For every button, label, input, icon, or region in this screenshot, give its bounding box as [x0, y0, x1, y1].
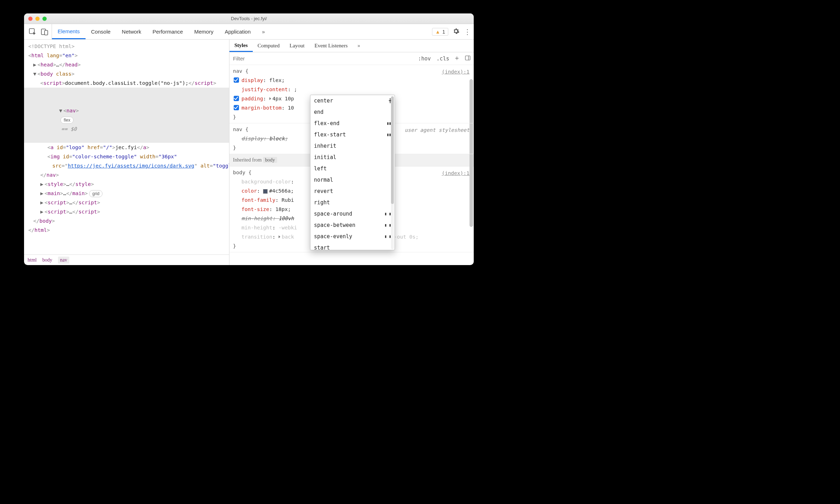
svg-rect-3	[465, 56, 470, 60]
crumb-html[interactable]: html	[28, 257, 37, 263]
more-menu-icon[interactable]: ⋮	[464, 28, 471, 36]
toggle-sidebar-icon[interactable]	[462, 55, 474, 63]
new-style-rule-button[interactable]: +	[452, 54, 462, 63]
tab-console[interactable]: Console	[86, 24, 116, 39]
expand-shorthand-icon[interactable]	[269, 97, 271, 100]
style-rules: (index):1 nav { display: flex; justify-c…	[229, 65, 474, 265]
layout-pill-flex[interactable]: flex	[60, 117, 74, 124]
autocomplete-item[interactable]: space-between▮ ▮	[310, 219, 395, 231]
titlebar: DevTools - jec.fyi/	[24, 13, 474, 24]
dom-selected-nav[interactable]: ⋯ ▼<nav> flex == $0	[24, 88, 229, 143]
tab-elements[interactable]: Elements	[52, 24, 86, 39]
styles-subtabs: Styles Computed Layout Event Listeners »	[229, 40, 474, 52]
tab-application[interactable]: Application	[219, 24, 256, 39]
window-title: DevTools - jec.fyi/	[24, 16, 474, 21]
console-ref: == $0	[61, 126, 77, 132]
autocomplete-item[interactable]: space-around▮ ▮	[310, 208, 395, 219]
autocomplete-item[interactable]: left	[310, 163, 395, 174]
prop-checkbox[interactable]	[234, 96, 239, 101]
window-minimize-button[interactable]	[35, 17, 40, 21]
settings-gear-icon[interactable]	[453, 28, 460, 36]
autocomplete-item[interactable]: flex-start▮▮	[310, 129, 395, 140]
autocomplete-scrollbar[interactable]	[391, 96, 394, 249]
warning-icon: ▲	[435, 29, 440, 35]
autocomplete-item[interactable]: end	[310, 106, 395, 118]
panel-tabs: Elements Console Network Performance Mem…	[52, 24, 429, 39]
autocomplete-item[interactable]: normal	[310, 174, 395, 186]
dom-tree[interactable]: <!DOCTYPE html> <html lang="en"> ▶<head>…	[24, 40, 229, 254]
dom-breadcrumbs: html body nav	[24, 254, 229, 265]
styles-filter-input[interactable]	[229, 52, 415, 65]
elements-dom-panel: <!DOCTYPE html> <html lang="en"> ▶<head>…	[24, 40, 229, 265]
cls-toggle[interactable]: .cls	[434, 55, 452, 62]
img-src-link[interactable]: https://jec.fyi/assets/img/icons/dark.sv…	[68, 163, 194, 169]
tab-performance[interactable]: Performance	[147, 24, 189, 39]
window-zoom-button[interactable]	[42, 17, 47, 21]
subtab-layout[interactable]: Layout	[285, 40, 310, 52]
window-close-button[interactable]	[28, 17, 33, 21]
autocomplete-item[interactable]: initial	[310, 152, 395, 163]
devtools-window: DevTools - jec.fyi/ Elements Console Net…	[24, 13, 474, 265]
value-autocomplete-popup[interactable]: center╋endflex-end▮▮flex-start▮▮inheriti…	[310, 95, 395, 250]
subtab-styles[interactable]: Styles	[229, 40, 253, 52]
autocomplete-item[interactable]: center╋	[310, 95, 395, 106]
tab-network[interactable]: Network	[116, 24, 147, 39]
styles-panel: Styles Computed Layout Event Listeners »…	[229, 40, 474, 265]
rule-source-link[interactable]: (index):1	[442, 169, 469, 178]
hov-toggle[interactable]: :hov	[415, 55, 433, 62]
main-toolbar: Elements Console Network Performance Mem…	[24, 24, 474, 40]
rule-source-link[interactable]: (index):1	[442, 67, 469, 76]
autocomplete-item[interactable]: start	[310, 242, 395, 250]
rule-source-ua: user agent stylesheet	[405, 125, 469, 135]
tab-memory[interactable]: Memory	[188, 24, 219, 39]
autocomplete-item[interactable]: revert	[310, 186, 395, 197]
crumb-body[interactable]: body	[42, 257, 52, 263]
layout-pill-grid[interactable]: grid	[89, 190, 103, 197]
autocomplete-item[interactable]: inherit	[310, 140, 395, 152]
justify-content-value-editing[interactable]: ;	[294, 87, 297, 92]
autocomplete-item[interactable]: space-evenly▮ ▮	[310, 231, 395, 242]
crumb-nav[interactable]: nav	[58, 257, 69, 264]
subtab-computed[interactable]: Computed	[253, 40, 285, 52]
autocomplete-item[interactable]: right	[310, 197, 395, 208]
warnings-badge[interactable]: ▲ 1	[432, 28, 448, 36]
styles-filter-row: :hov .cls +	[229, 52, 474, 65]
prop-checkbox[interactable]	[234, 105, 239, 110]
device-toolbar-icon[interactable]	[40, 28, 49, 36]
color-swatch[interactable]	[263, 189, 268, 194]
svg-rect-2	[45, 30, 48, 35]
subtabs-overflow[interactable]: »	[352, 40, 365, 52]
expand-shorthand-icon[interactable]	[279, 235, 280, 238]
subtab-event-listeners[interactable]: Event Listeners	[310, 40, 353, 52]
warnings-count: 1	[442, 29, 445, 35]
inspect-element-icon[interactable]	[28, 28, 37, 36]
autocomplete-item[interactable]: flex-end▮▮	[310, 118, 395, 129]
tabs-overflow[interactable]: »	[256, 24, 270, 39]
dom-doctype: <!DOCTYPE html>	[28, 43, 75, 49]
prop-checkbox[interactable]	[234, 77, 239, 83]
